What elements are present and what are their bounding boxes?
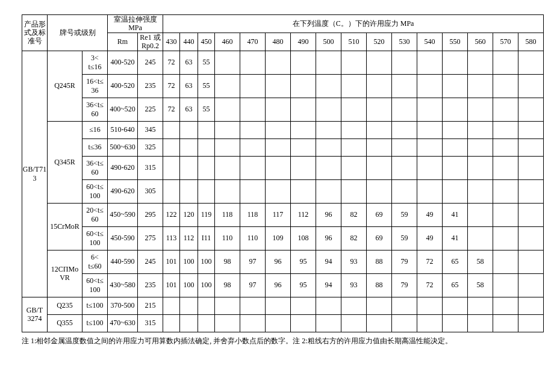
cell-rm: 500~630	[108, 138, 138, 156]
cell-grade: 12CПMoVR	[48, 250, 82, 297]
hdr-std: 产品形式及标准号	[22, 15, 48, 51]
cell-value	[291, 156, 316, 179]
cell-value	[468, 51, 493, 74]
cell-value	[367, 98, 392, 121]
cell-rm: 490-620	[108, 179, 138, 203]
cell-value	[198, 121, 215, 138]
cell-thickness: 60<t≤100	[82, 273, 108, 297]
cell-value	[341, 314, 367, 332]
cell-re: 235	[138, 74, 163, 98]
cell-thickness: ≤16	[82, 121, 108, 138]
cell-value: 65	[443, 250, 468, 273]
cell-value	[392, 138, 417, 156]
cell-value	[341, 74, 367, 98]
cell-rm: 470~630	[108, 314, 138, 332]
cell-value	[493, 156, 518, 179]
cell-value	[341, 51, 367, 74]
cell-value	[392, 74, 417, 98]
cell-thickness: t≤100	[82, 297, 108, 314]
cell-value	[392, 156, 417, 179]
cell-value	[443, 179, 468, 203]
cell-value: 98	[215, 250, 240, 273]
hdr-t580: 580	[518, 33, 544, 51]
cell-value	[240, 314, 266, 332]
cell-value	[266, 179, 291, 203]
cell-value	[240, 98, 266, 121]
cell-value: 96	[266, 250, 291, 273]
hdr-t550: 550	[443, 33, 468, 51]
cell-grade: Q235	[48, 297, 82, 314]
cell-value	[367, 179, 392, 203]
cell-value	[180, 179, 198, 203]
cell-value	[240, 138, 266, 156]
cell-value: 97	[240, 273, 266, 297]
cell-value: 79	[392, 273, 417, 297]
cell-value	[468, 98, 493, 121]
cell-value	[215, 74, 240, 98]
cell-value: 110	[215, 226, 240, 250]
cell-value: 41	[443, 226, 468, 250]
cell-value: 112	[291, 203, 316, 226]
cell-value: 58	[468, 273, 493, 297]
hdr-temp: 在下列温度（C。）下的许用应力 MPa	[163, 15, 544, 33]
cell-value: 113	[163, 226, 180, 250]
cell-value	[291, 179, 316, 203]
cell-re: 345	[138, 121, 163, 138]
cell-value	[392, 98, 417, 121]
cell-std: GB/T3274	[22, 297, 48, 332]
cell-value	[443, 74, 468, 98]
cell-value	[468, 179, 493, 203]
cell-rm: 490-620	[108, 156, 138, 179]
cell-value	[180, 297, 198, 314]
cell-value: 118	[215, 203, 240, 226]
cell-value: 100	[198, 273, 215, 297]
cell-value	[266, 121, 291, 138]
cell-value: 88	[367, 250, 392, 273]
hdr-t490: 490	[291, 33, 316, 51]
cell-value: 69	[367, 226, 392, 250]
cell-value: 82	[341, 226, 367, 250]
cell-value	[443, 156, 468, 179]
cell-value: 108	[291, 226, 316, 250]
table-body: GB/T713Q245R3<t≤16400-52024572635516<t≤3…	[22, 51, 544, 332]
hdr-t440: 440	[180, 33, 198, 51]
cell-value: 119	[198, 203, 215, 226]
cell-rm: 400~520	[108, 98, 138, 121]
cell-value	[468, 314, 493, 332]
hdr-t530: 530	[392, 33, 417, 51]
cell-value: 93	[341, 250, 367, 273]
cell-value: 79	[392, 250, 417, 273]
cell-value	[417, 138, 443, 156]
cell-value	[163, 297, 180, 314]
cell-value: 100	[180, 250, 198, 273]
cell-value: 122	[163, 203, 180, 226]
hdr-t520: 520	[367, 33, 392, 51]
cell-value	[518, 297, 544, 314]
cell-grade: Q345R	[48, 121, 82, 203]
hdr-t570: 570	[493, 33, 518, 51]
cell-value	[266, 156, 291, 179]
cell-rm: 400-520	[108, 51, 138, 74]
cell-value: 55	[198, 74, 215, 98]
cell-grade: Q355	[48, 314, 82, 332]
cell-thickness: 60<t≤100	[82, 226, 108, 250]
cell-value	[240, 156, 266, 179]
cell-value: 63	[180, 98, 198, 121]
cell-re: 245	[138, 51, 163, 74]
cell-value	[291, 74, 316, 98]
cell-rm: 440-590	[108, 250, 138, 273]
cell-value: 96	[316, 203, 341, 226]
cell-rm: 400-520	[108, 74, 138, 98]
cell-value	[180, 314, 198, 332]
cell-value: 101	[163, 273, 180, 297]
cell-value: 72	[417, 250, 443, 273]
cell-value: 59	[392, 203, 417, 226]
cell-value	[341, 156, 367, 179]
cell-value	[518, 179, 544, 203]
cell-value	[316, 156, 341, 179]
hdr-t480: 480	[266, 33, 291, 51]
cell-value: I11	[198, 226, 215, 250]
cell-value	[198, 138, 215, 156]
cell-value	[392, 179, 417, 203]
hdr-t470: 470	[240, 33, 266, 51]
